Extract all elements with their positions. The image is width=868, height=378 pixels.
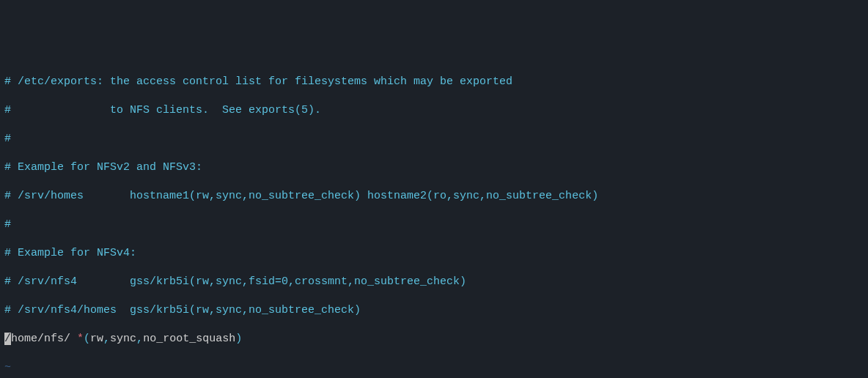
file-line: # /srv/homes hostname1(rw,sync,no_subtre… <box>4 189 864 204</box>
file-line: # <box>4 132 864 147</box>
paren-open: ( <box>84 333 90 345</box>
file-line-active: /home/nfs/ *(rw,sync,no_root_squash) <box>4 332 864 346</box>
file-line: # Example for NFSv4: <box>4 246 864 261</box>
file-line: # to NFS clients. See exports(5). <box>4 103 864 118</box>
option: rw <box>90 333 103 345</box>
cursor: / <box>4 333 11 345</box>
file-line: # /srv/nfs4/homes gss/krb5i(rw,sync,no_s… <box>4 303 864 318</box>
file-line: # /etc/exports: the access control list … <box>4 75 864 89</box>
wildcard: * <box>77 333 84 345</box>
vim-editor[interactable]: # /etc/exports: the access control list … <box>0 57 868 378</box>
file-line: # /srv/nfs4 gss/krb5i(rw,sync,fsid=0,cro… <box>4 275 864 289</box>
file-line: # <box>4 218 864 232</box>
option: sync <box>110 333 136 345</box>
paren-close: ) <box>235 333 242 345</box>
file-line: # Example for NFSv2 and NFSv3: <box>4 160 864 175</box>
option: no_root_squash <box>143 333 235 345</box>
comma: , <box>103 333 110 345</box>
comma: , <box>136 333 143 345</box>
path-text: home/nfs/ <box>11 333 77 345</box>
empty-line-tilde: ~ <box>4 360 864 375</box>
